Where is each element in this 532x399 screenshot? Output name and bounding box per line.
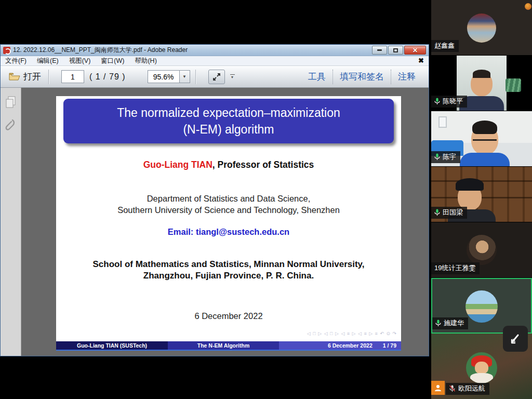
beamer-navigation-symbols[interactable]: ◁ □ ▷ ◁ □ ▷ ◁ ≡ ▷ ◁ ≡ ▷ ≡ ↶ ⊙ ↷ bbox=[307, 331, 397, 336]
close-button[interactable]: ✕ bbox=[404, 46, 426, 55]
footer-date: 6 December 2022 bbox=[328, 342, 373, 349]
menu-help[interactable]: 帮助(H) bbox=[135, 57, 156, 65]
mic-on-icon bbox=[434, 153, 440, 161]
school-line1: School of Mathematics and Statistics, Mi… bbox=[56, 259, 401, 270]
slide-title-line1: The normalized expectation–maximization bbox=[117, 104, 340, 121]
participant-name: 施建华 bbox=[444, 318, 464, 328]
participant-tile[interactable]: 田国梁 bbox=[431, 167, 532, 222]
participant-name-tag: 欧阳远航 bbox=[446, 383, 489, 395]
comment-button[interactable]: 注释 bbox=[391, 71, 422, 83]
author-line: Guo-Liang TIAN, Professor of Statistics bbox=[56, 159, 401, 170]
participant-name: 田国梁 bbox=[443, 208, 463, 217]
department-line2: Southern University of Science and Techn… bbox=[56, 205, 401, 215]
pdf-page: The normalized expectation–maximization … bbox=[56, 96, 401, 351]
open-label: 打开 bbox=[23, 71, 41, 83]
page-count-label: ( 1 / 79 ) bbox=[89, 72, 126, 82]
popout-view-button[interactable] bbox=[503, 326, 528, 352]
zoom-level-input[interactable] bbox=[148, 70, 180, 83]
participant-name-tag: 施建华 bbox=[432, 317, 468, 329]
participant-tile[interactable]: 19统计王雅雯 bbox=[431, 222, 532, 278]
participant-name-tag: 赵鑫鑫 bbox=[431, 40, 459, 52]
participant-name: 陈晓平 bbox=[443, 97, 463, 106]
author-title: , Professor of Statistics bbox=[212, 159, 314, 170]
restore-icon bbox=[393, 48, 398, 52]
glasses bbox=[473, 139, 497, 144]
footer-title: The N-EM Algorithm bbox=[168, 341, 279, 350]
bookshelf bbox=[431, 197, 532, 198]
menu-edit[interactable]: 编辑(E) bbox=[37, 57, 59, 65]
window-controls: ✕ bbox=[372, 46, 426, 55]
minimize-button[interactable] bbox=[372, 46, 387, 55]
school-line2: Zhangzhou, Fujian Province, P. R. China. bbox=[56, 271, 401, 281]
participant-name: 陈宇 bbox=[443, 152, 456, 162]
participant-name: 赵鑫鑫 bbox=[434, 41, 455, 50]
attachments-paperclip-icon[interactable] bbox=[5, 118, 17, 134]
person-badge bbox=[431, 381, 445, 395]
right-tool-panel: 工具 填写和签名 注释 bbox=[301, 69, 422, 85]
participant-name-tag: 陈宇 bbox=[431, 151, 460, 163]
participant-face bbox=[471, 72, 493, 96]
participant-body bbox=[460, 153, 510, 166]
slide-title-box: The normalized expectation–maximization … bbox=[63, 99, 394, 143]
mic-on-icon bbox=[435, 320, 441, 327]
footer-page-number: 1 / 79 bbox=[383, 342, 396, 349]
mic-muted-icon bbox=[449, 385, 456, 392]
slide-title-line2: (N-EM) algorithm bbox=[183, 121, 274, 138]
menu-window[interactable]: 窗口(W) bbox=[101, 57, 124, 65]
open-button[interactable]: 打开 bbox=[7, 70, 43, 84]
adobe-pdf-icon bbox=[3, 47, 10, 54]
participant-name-tag: 田国梁 bbox=[431, 207, 467, 219]
restore-button[interactable] bbox=[388, 46, 403, 55]
menu-bar: 文件(F) 编辑(E) 视图(V) 窗口(W) 帮助(H) ✖ bbox=[1, 56, 429, 66]
folder-open-icon bbox=[9, 72, 20, 81]
cartoon-face bbox=[475, 362, 488, 374]
diagonal-arrows-icon bbox=[212, 73, 221, 81]
white-shirt bbox=[470, 373, 493, 383]
participant-tile[interactable]: 陈宇 bbox=[431, 111, 532, 167]
toolbar-more-dropdown[interactable] bbox=[230, 74, 235, 79]
menu-file[interactable]: 文件(F) bbox=[5, 57, 26, 65]
fill-sign-button[interactable]: 填写和签名 bbox=[333, 71, 391, 83]
participant-tile[interactable]: 陈晓平 bbox=[431, 56, 532, 111]
participant-name-tag: 陈晓平 bbox=[431, 96, 467, 108]
document-area: The normalized expectation–maximization … bbox=[1, 88, 429, 356]
slide-footer: Guo-Liang TIAN (SUSTech) The N-EM Algori… bbox=[56, 341, 401, 350]
author-name: Guo-Liang TIAN bbox=[143, 159, 212, 170]
email-line: Email: tiangl@sustech.edu.cn bbox=[56, 227, 401, 237]
tools-button[interactable]: 工具 bbox=[301, 71, 332, 83]
zoom-control bbox=[148, 70, 190, 83]
slide-date: 6 December 2022 bbox=[56, 311, 401, 321]
popout-arrow-icon bbox=[509, 332, 522, 345]
titlebar[interactable]: 12. 2022.12.06__NEM_PPT_闽南师范大学.pdf - Ado… bbox=[1, 45, 429, 56]
avatar bbox=[467, 235, 497, 265]
meeting-sidebar: 赵鑫鑫 陈晓平 陈宇 bbox=[431, 0, 532, 399]
participant-name: 欧阳远航 bbox=[458, 384, 485, 393]
participant-tile-active-speaker[interactable]: 施建华 bbox=[431, 278, 532, 334]
mic-on-icon bbox=[434, 98, 440, 105]
navigation-pane bbox=[1, 88, 21, 356]
page-thumbnails-icon[interactable] bbox=[5, 96, 17, 109]
landscape-avatar bbox=[466, 290, 498, 323]
cartoon-avatar bbox=[466, 352, 497, 383]
avatar bbox=[467, 14, 496, 43]
window-title: 12. 2022.12.06__NEM_PPT_闽南师范大学.pdf - Ado… bbox=[13, 46, 372, 55]
zoom-dropdown-button[interactable] bbox=[180, 70, 190, 83]
participant-tile[interactable]: 赵鑫鑫 bbox=[431, 0, 532, 56]
minimize-icon bbox=[377, 49, 382, 51]
close-icon: ✕ bbox=[413, 47, 418, 54]
page-number-input[interactable] bbox=[61, 70, 84, 83]
participant-name: 19统计王雅雯 bbox=[434, 263, 475, 273]
wall-picture bbox=[438, 116, 447, 128]
menu-view[interactable]: 视图(V) bbox=[69, 57, 91, 65]
pan-zoom-button[interactable] bbox=[208, 70, 225, 84]
footer-author: Guo-Liang TIAN (SUSTech) bbox=[56, 341, 168, 350]
footer-right: 6 December 2022 1 / 79 bbox=[279, 341, 401, 350]
participant-name-tag: 19统计王雅雯 bbox=[431, 262, 480, 274]
person-icon bbox=[434, 384, 442, 392]
adobe-reader-window: 12. 2022.12.06__NEM_PPT_闽南师范大学.pdf - Ado… bbox=[0, 44, 429, 356]
department-line1: Department of Statistics and Data Scienc… bbox=[56, 194, 401, 204]
baseball-cap bbox=[456, 178, 484, 191]
toolbar: 打开 ( 1 / 79 ) 工具 填写和签名 注释 bbox=[1, 66, 429, 88]
document-close-icon[interactable]: ✖ bbox=[418, 57, 424, 64]
toolbar-separator bbox=[195, 70, 196, 84]
